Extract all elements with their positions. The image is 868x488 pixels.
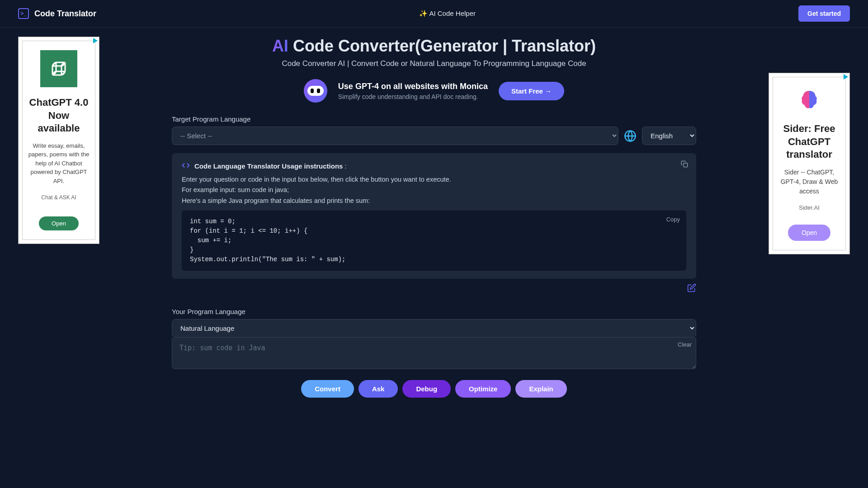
instructions-line-1: Enter your question or code in the input… xyxy=(182,174,686,185)
monica-icon xyxy=(304,79,327,103)
chatgpt-knot-icon xyxy=(40,50,77,87)
copy-code-button[interactable]: Copy xyxy=(666,215,680,224)
ad-left-title: ChatGPT 4.0 Now available xyxy=(28,96,90,135)
instructions-line-2: For example input: sum code in java; xyxy=(182,185,686,195)
ad-box-left[interactable]: ChatGPT 4.0 Now available Write essay, e… xyxy=(18,37,99,244)
instructions-header: Code Language Translator Usage instructi… xyxy=(182,161,686,172)
brain-icon xyxy=(796,86,823,113)
instructions-box: Code Language Translator Usage instructi… xyxy=(172,153,696,279)
headline-rest: Code Converter(Generator | Translator) xyxy=(288,37,596,55)
svg-rect-2 xyxy=(684,163,688,167)
adchoices-icon[interactable] xyxy=(842,73,849,81)
optimize-button[interactable]: Optimize xyxy=(455,380,511,398)
target-language-select[interactable]: -- Select -- xyxy=(172,127,618,145)
edit-row xyxy=(172,283,696,294)
your-language-label: Your Program Language xyxy=(172,308,696,315)
header: >_ Code Translator ✨ AI Code Helper Get … xyxy=(0,0,868,28)
your-language-select[interactable]: Natural Language xyxy=(172,319,696,338)
code-text: int sum = 0; for (int i = 1; i <= 10; i+… xyxy=(190,218,345,263)
svg-marker-3 xyxy=(844,74,848,80)
ad-right-sub: Sider.AI xyxy=(778,204,840,211)
header-center-link[interactable]: ✨ AI Code Helper xyxy=(419,9,476,18)
instructions-colon: : xyxy=(343,163,346,170)
explain-button[interactable]: Explain xyxy=(515,380,566,398)
ad-content-left: ChatGPT 4.0 Now available Write essay, e… xyxy=(22,41,95,240)
promo-banner: Use GPT-4 on all websites with Monica Si… xyxy=(172,79,696,103)
adchoices-icon[interactable] xyxy=(92,37,99,45)
input-area-wrap: Clear xyxy=(172,338,696,371)
instructions-line-3: Here's a simple Java program that calcul… xyxy=(182,196,686,206)
instructions-title: Code Language Translator Usage instructi… xyxy=(194,162,343,170)
action-row: Convert Ask Debug Optimize Explain xyxy=(172,380,696,398)
get-started-button[interactable]: Get started xyxy=(798,5,850,22)
main-content: AI Code Converter(Generator | Translator… xyxy=(172,37,696,398)
headline-ai: AI xyxy=(272,37,288,55)
ad-right-body: Sider -- ChatGPT, GPT-4, Draw & Web acce… xyxy=(778,168,840,196)
ask-button[interactable]: Ask xyxy=(359,380,398,398)
logo-text: Code Translator xyxy=(34,9,96,19)
promo-text: Use GPT-4 on all websites with Monica Si… xyxy=(338,82,488,100)
headline: AI Code Converter(Generator | Translator… xyxy=(172,37,696,56)
ad-box-right[interactable]: Sider: Free ChatGPT translator Sider -- … xyxy=(769,73,850,254)
ad-right-open-button[interactable]: Open xyxy=(788,225,830,241)
convert-button[interactable]: Convert xyxy=(301,380,354,398)
target-label: Target Program Language xyxy=(172,115,696,123)
ad-right: Sider: Free ChatGPT translator Sider -- … xyxy=(769,73,850,398)
globe-icon[interactable] xyxy=(624,130,637,142)
example-code-block: Copyint sum = 0; for (int i = 1; i <= 10… xyxy=(182,211,686,271)
page-container: ChatGPT 4.0 Now available Write essay, e… xyxy=(0,28,868,407)
clear-button[interactable]: Clear xyxy=(678,341,692,348)
code-input[interactable] xyxy=(172,338,696,369)
ad-content-right: Sider: Free ChatGPT translator Sider -- … xyxy=(773,77,846,250)
ad-left: ChatGPT 4.0 Now available Write essay, e… xyxy=(18,37,99,398)
ad-right-title: Sider: Free ChatGPT translator xyxy=(778,122,840,161)
promo-title: Use GPT-4 on all websites with Monica xyxy=(338,82,488,91)
promo-cta-button[interactable]: Start Free → xyxy=(499,82,564,100)
copy-icon[interactable] xyxy=(681,160,688,169)
subhead: Code Converter AI | Convert Code or Natu… xyxy=(172,59,696,68)
terminal-icon: >_ xyxy=(18,8,29,19)
edit-icon[interactable] xyxy=(687,283,696,294)
interface-language-select[interactable]: English xyxy=(642,127,696,145)
ad-left-sub: Chat & ASK AI xyxy=(28,194,90,201)
promo-sub: Simplify code understanding and API doc … xyxy=(338,93,488,100)
ad-left-open-button[interactable]: Open xyxy=(39,216,79,230)
svg-marker-0 xyxy=(93,38,98,43)
debug-button[interactable]: Debug xyxy=(402,380,451,398)
ad-left-body: Write essay, emails, papers, poems with … xyxy=(28,141,90,186)
logo-group[interactable]: >_ Code Translator xyxy=(18,8,96,19)
code-icon xyxy=(182,161,190,172)
target-row: -- Select -- English xyxy=(172,127,696,145)
